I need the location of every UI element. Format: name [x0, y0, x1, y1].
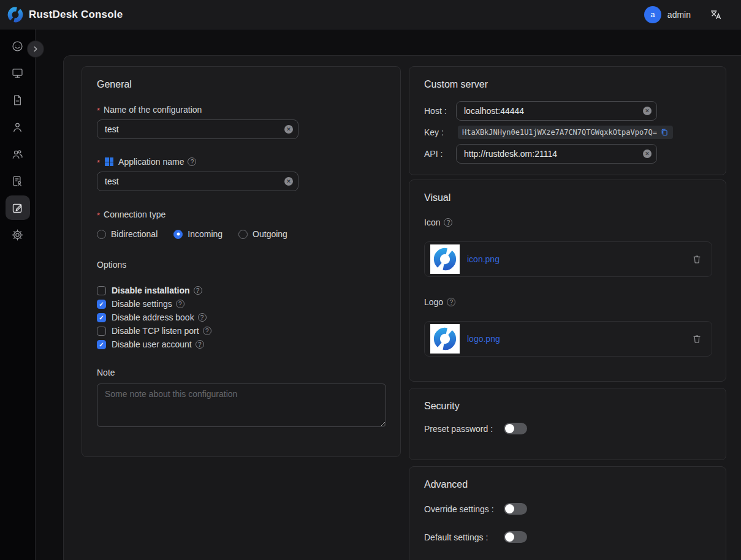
- users-group-icon: [11, 148, 24, 161]
- security-card: Security Preset password :: [409, 388, 726, 460]
- clear-icon[interactable]: [643, 107, 652, 115]
- checkbox[interactable]: [97, 313, 106, 322]
- help-icon[interactable]: [444, 218, 452, 227]
- radio-button[interactable]: [173, 230, 183, 239]
- override-settings-label: Override settings :: [424, 504, 504, 514]
- rustdesk-logo-icon: [7, 7, 23, 23]
- preset-password-toggle[interactable]: [504, 423, 527, 434]
- checkbox[interactable]: [97, 340, 106, 349]
- sidebar-item-groups[interactable]: [6, 142, 30, 166]
- options-label: Options: [97, 259, 386, 271]
- config-name-input[interactable]: [97, 119, 298, 139]
- api-field: [456, 144, 657, 164]
- main-content: General Name of the configuration Applic…: [63, 55, 741, 560]
- sidebar-item-settings[interactable]: [6, 222, 30, 247]
- key-value-box: HtaXBkJNHyn0e1U1jWXze7A7CN7QTGWqxkOtpaVp…: [458, 126, 673, 139]
- advanced-card: Advanced Override settings : Default set…: [409, 466, 726, 560]
- windows-logo-icon: [105, 157, 113, 166]
- api-label: API :: [424, 149, 456, 159]
- brand: RustDesk Console: [0, 7, 123, 23]
- preset-password-row: Preset password :: [424, 423, 711, 434]
- connection-type-label: Connection type: [97, 208, 386, 221]
- visual-title: Visual: [424, 192, 711, 203]
- language-icon[interactable]: [709, 8, 723, 21]
- checkbox-disable-installation[interactable]: Disable installation: [97, 284, 386, 297]
- radio-button[interactable]: [238, 230, 248, 239]
- api-input[interactable]: [456, 144, 657, 164]
- logo-preview-image: [430, 324, 460, 354]
- general-card: General Name of the configuration Applic…: [82, 66, 401, 457]
- checkbox-disable-user-account[interactable]: Disable user account: [97, 338, 386, 351]
- help-icon[interactable]: [188, 157, 196, 166]
- default-settings-toggle[interactable]: [504, 531, 527, 543]
- edit-icon: [11, 202, 24, 214]
- delete-icon[interactable]: [692, 334, 702, 344]
- logo-upload-row: logo.png: [424, 321, 712, 357]
- security-title: Security: [424, 401, 711, 412]
- delete-icon[interactable]: [692, 254, 702, 264]
- top-bar: RustDesk Console a admin: [0, 0, 741, 29]
- note-label: Note: [97, 366, 386, 379]
- help-icon[interactable]: [194, 286, 202, 295]
- sidebar-item-documents[interactable]: [6, 88, 30, 112]
- help-icon[interactable]: [196, 340, 204, 349]
- general-title: General: [97, 79, 386, 90]
- application-name-field: [97, 172, 298, 191]
- app-title: RustDesk Console: [29, 9, 123, 21]
- checkbox-disable-settings[interactable]: Disable settings: [97, 297, 386, 311]
- host-label: Host :: [424, 106, 456, 116]
- clear-icon[interactable]: [284, 177, 293, 186]
- help-icon[interactable]: [203, 327, 211, 335]
- clear-icon[interactable]: [643, 149, 652, 158]
- key-label: Key :: [424, 127, 456, 137]
- custom-server-title: Custom server: [424, 79, 711, 90]
- icon-upload-row: icon.png: [424, 241, 712, 277]
- default-settings-label: Default settings :: [424, 532, 504, 542]
- help-icon[interactable]: [198, 313, 207, 322]
- help-icon[interactable]: [447, 298, 455, 306]
- host-input[interactable]: [456, 101, 657, 121]
- monitor-icon: [11, 67, 24, 80]
- sidebar-item-overview[interactable]: [6, 34, 30, 58]
- checkbox[interactable]: [97, 286, 106, 295]
- sidebar-item-devices[interactable]: [6, 61, 30, 85]
- gear-icon: [11, 229, 24, 241]
- sidebar: [0, 29, 36, 560]
- clear-icon[interactable]: [284, 125, 293, 134]
- radio-button[interactable]: [97, 230, 106, 239]
- checkbox-disable-tcp-listen-port[interactable]: Disable TCP listen port: [97, 324, 386, 338]
- radio-bidirectional[interactable]: Bidirectional: [97, 229, 158, 239]
- checkbox[interactable]: [97, 327, 106, 336]
- connection-type-group: Bidirectional Incoming Outgoing: [97, 229, 386, 239]
- config-name-label: Name of the configuration: [97, 104, 386, 116]
- sidebar-item-audit[interactable]: [6, 168, 30, 193]
- user-avatar[interactable]: a: [644, 6, 661, 23]
- preset-password-label: Preset password :: [424, 424, 504, 434]
- username[interactable]: admin: [667, 10, 691, 20]
- radio-incoming[interactable]: Incoming: [173, 229, 222, 239]
- sidebar-item-custom-clients[interactable]: [6, 195, 30, 220]
- smiley-icon: [11, 40, 24, 53]
- sidebar-expand-button[interactable]: [28, 41, 44, 57]
- radio-outgoing[interactable]: Outgoing: [238, 229, 287, 239]
- custom-server-card: Custom server Host : Key : HtaXBkJNHyn0e…: [409, 66, 726, 175]
- advanced-title: Advanced: [424, 479, 711, 490]
- help-icon[interactable]: [176, 300, 184, 308]
- logo-label: Logo: [424, 296, 711, 308]
- audit-log-icon: [11, 175, 24, 187]
- note-textarea[interactable]: [97, 384, 386, 427]
- checkbox-disable-address-book[interactable]: Disable address book: [97, 311, 386, 324]
- user-icon: [11, 121, 24, 134]
- default-settings-row: Default settings :: [424, 531, 711, 543]
- sidebar-item-users[interactable]: [6, 115, 30, 139]
- application-name-label: Application name: [97, 156, 386, 168]
- key-value: HtaXBkJNHyn0e1U1jWXze7A7CN7QTGWqxkOtpaVp…: [462, 128, 657, 137]
- checkbox[interactable]: [97, 300, 106, 309]
- logo-filename-link[interactable]: logo.png: [467, 334, 500, 344]
- config-name-field: [97, 119, 298, 139]
- icon-filename-link[interactable]: icon.png: [467, 254, 500, 264]
- copy-icon[interactable]: [660, 128, 669, 137]
- override-settings-toggle[interactable]: [504, 503, 527, 515]
- application-name-input[interactable]: [97, 172, 298, 191]
- visual-card: Visual Icon icon.png Logo: [409, 180, 726, 382]
